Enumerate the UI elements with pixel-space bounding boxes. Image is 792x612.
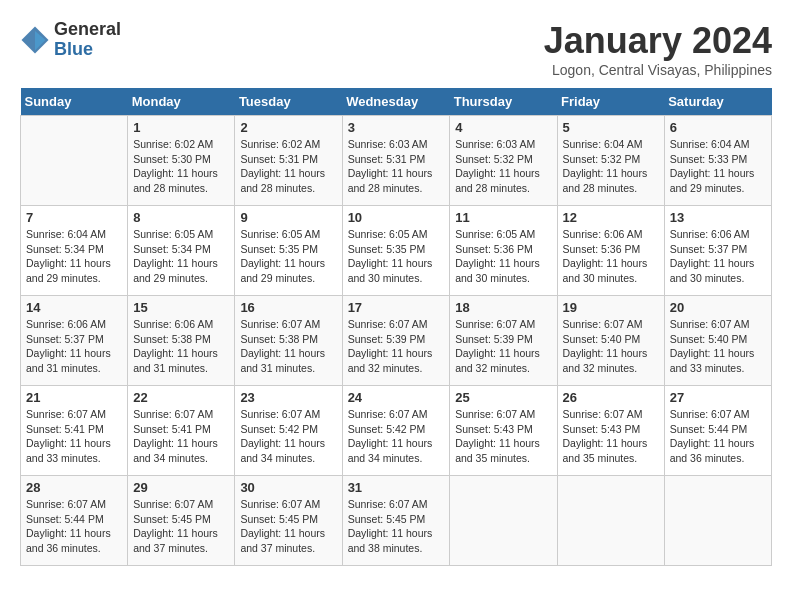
- day-info: Sunrise: 6:05 AM Sunset: 5:35 PM Dayligh…: [240, 227, 336, 286]
- calendar-day-cell: 7Sunrise: 6:04 AM Sunset: 5:34 PM Daylig…: [21, 206, 128, 296]
- calendar-day-cell: 9Sunrise: 6:05 AM Sunset: 5:35 PM Daylig…: [235, 206, 342, 296]
- day-number: 29: [133, 480, 229, 495]
- day-number: 7: [26, 210, 122, 225]
- day-info: Sunrise: 6:05 AM Sunset: 5:35 PM Dayligh…: [348, 227, 445, 286]
- weekday-header: Friday: [557, 88, 664, 116]
- calendar-day-cell: 17Sunrise: 6:07 AM Sunset: 5:39 PM Dayli…: [342, 296, 450, 386]
- day-number: 2: [240, 120, 336, 135]
- day-number: 8: [133, 210, 229, 225]
- calendar-day-cell: 1Sunrise: 6:02 AM Sunset: 5:30 PM Daylig…: [128, 116, 235, 206]
- calendar-week-row: 1Sunrise: 6:02 AM Sunset: 5:30 PM Daylig…: [21, 116, 772, 206]
- logo-icon: [20, 25, 50, 55]
- day-info: Sunrise: 6:07 AM Sunset: 5:39 PM Dayligh…: [348, 317, 445, 376]
- day-info: Sunrise: 6:07 AM Sunset: 5:38 PM Dayligh…: [240, 317, 336, 376]
- day-info: Sunrise: 6:02 AM Sunset: 5:30 PM Dayligh…: [133, 137, 229, 196]
- calendar-day-cell: 24Sunrise: 6:07 AM Sunset: 5:42 PM Dayli…: [342, 386, 450, 476]
- day-info: Sunrise: 6:04 AM Sunset: 5:33 PM Dayligh…: [670, 137, 766, 196]
- day-number: 10: [348, 210, 445, 225]
- calendar-day-cell: 4Sunrise: 6:03 AM Sunset: 5:32 PM Daylig…: [450, 116, 557, 206]
- day-number: 17: [348, 300, 445, 315]
- day-number: 1: [133, 120, 229, 135]
- day-number: 21: [26, 390, 122, 405]
- day-info: Sunrise: 6:07 AM Sunset: 5:42 PM Dayligh…: [240, 407, 336, 466]
- day-number: 30: [240, 480, 336, 495]
- page-header: General Blue January 2024 Logon, Central…: [20, 20, 772, 78]
- calendar-day-cell: 29Sunrise: 6:07 AM Sunset: 5:45 PM Dayli…: [128, 476, 235, 566]
- day-number: 16: [240, 300, 336, 315]
- day-number: 5: [563, 120, 659, 135]
- weekday-header: Wednesday: [342, 88, 450, 116]
- day-number: 22: [133, 390, 229, 405]
- day-info: Sunrise: 6:06 AM Sunset: 5:37 PM Dayligh…: [26, 317, 122, 376]
- calendar-day-cell: 6Sunrise: 6:04 AM Sunset: 5:33 PM Daylig…: [664, 116, 771, 206]
- calendar-week-row: 14Sunrise: 6:06 AM Sunset: 5:37 PM Dayli…: [21, 296, 772, 386]
- month-title: January 2024: [544, 20, 772, 62]
- day-info: Sunrise: 6:03 AM Sunset: 5:32 PM Dayligh…: [455, 137, 551, 196]
- day-number: 26: [563, 390, 659, 405]
- day-info: Sunrise: 6:05 AM Sunset: 5:36 PM Dayligh…: [455, 227, 551, 286]
- calendar-day-cell: 27Sunrise: 6:07 AM Sunset: 5:44 PM Dayli…: [664, 386, 771, 476]
- calendar-day-cell: 30Sunrise: 6:07 AM Sunset: 5:45 PM Dayli…: [235, 476, 342, 566]
- weekday-header: Saturday: [664, 88, 771, 116]
- calendar-day-cell: [450, 476, 557, 566]
- day-number: 31: [348, 480, 445, 495]
- day-info: Sunrise: 6:07 AM Sunset: 5:41 PM Dayligh…: [26, 407, 122, 466]
- day-number: 9: [240, 210, 336, 225]
- day-info: Sunrise: 6:04 AM Sunset: 5:32 PM Dayligh…: [563, 137, 659, 196]
- calendar-day-cell: 14Sunrise: 6:06 AM Sunset: 5:37 PM Dayli…: [21, 296, 128, 386]
- calendar-week-row: 28Sunrise: 6:07 AM Sunset: 5:44 PM Dayli…: [21, 476, 772, 566]
- logo-text: General Blue: [54, 20, 121, 60]
- weekday-header: Sunday: [21, 88, 128, 116]
- calendar-week-row: 21Sunrise: 6:07 AM Sunset: 5:41 PM Dayli…: [21, 386, 772, 476]
- calendar-week-row: 7Sunrise: 6:04 AM Sunset: 5:34 PM Daylig…: [21, 206, 772, 296]
- calendar-day-cell: 21Sunrise: 6:07 AM Sunset: 5:41 PM Dayli…: [21, 386, 128, 476]
- day-number: 28: [26, 480, 122, 495]
- day-info: Sunrise: 6:07 AM Sunset: 5:39 PM Dayligh…: [455, 317, 551, 376]
- calendar-table: SundayMondayTuesdayWednesdayThursdayFrid…: [20, 88, 772, 566]
- day-info: Sunrise: 6:07 AM Sunset: 5:40 PM Dayligh…: [670, 317, 766, 376]
- weekday-header: Thursday: [450, 88, 557, 116]
- day-info: Sunrise: 6:07 AM Sunset: 5:45 PM Dayligh…: [240, 497, 336, 556]
- calendar-day-cell: 13Sunrise: 6:06 AM Sunset: 5:37 PM Dayli…: [664, 206, 771, 296]
- day-number: 14: [26, 300, 122, 315]
- logo: General Blue: [20, 20, 121, 60]
- calendar-day-cell: 26Sunrise: 6:07 AM Sunset: 5:43 PM Dayli…: [557, 386, 664, 476]
- day-number: 27: [670, 390, 766, 405]
- logo-general: General: [54, 20, 121, 40]
- calendar-day-cell: [664, 476, 771, 566]
- calendar-day-cell: 25Sunrise: 6:07 AM Sunset: 5:43 PM Dayli…: [450, 386, 557, 476]
- day-number: 25: [455, 390, 551, 405]
- day-info: Sunrise: 6:07 AM Sunset: 5:40 PM Dayligh…: [563, 317, 659, 376]
- weekday-header: Monday: [128, 88, 235, 116]
- day-info: Sunrise: 6:07 AM Sunset: 5:45 PM Dayligh…: [348, 497, 445, 556]
- calendar-day-cell: 20Sunrise: 6:07 AM Sunset: 5:40 PM Dayli…: [664, 296, 771, 386]
- day-info: Sunrise: 6:07 AM Sunset: 5:45 PM Dayligh…: [133, 497, 229, 556]
- day-info: Sunrise: 6:06 AM Sunset: 5:37 PM Dayligh…: [670, 227, 766, 286]
- day-number: 23: [240, 390, 336, 405]
- day-number: 13: [670, 210, 766, 225]
- day-number: 19: [563, 300, 659, 315]
- calendar-day-cell: 31Sunrise: 6:07 AM Sunset: 5:45 PM Dayli…: [342, 476, 450, 566]
- calendar-day-cell: 18Sunrise: 6:07 AM Sunset: 5:39 PM Dayli…: [450, 296, 557, 386]
- weekday-header: Tuesday: [235, 88, 342, 116]
- day-number: 3: [348, 120, 445, 135]
- logo-blue: Blue: [54, 40, 121, 60]
- calendar-day-cell: 15Sunrise: 6:06 AM Sunset: 5:38 PM Dayli…: [128, 296, 235, 386]
- day-info: Sunrise: 6:03 AM Sunset: 5:31 PM Dayligh…: [348, 137, 445, 196]
- calendar-day-cell: [557, 476, 664, 566]
- day-number: 20: [670, 300, 766, 315]
- calendar-day-cell: 8Sunrise: 6:05 AM Sunset: 5:34 PM Daylig…: [128, 206, 235, 296]
- day-number: 24: [348, 390, 445, 405]
- calendar-day-cell: 3Sunrise: 6:03 AM Sunset: 5:31 PM Daylig…: [342, 116, 450, 206]
- calendar-day-cell: 12Sunrise: 6:06 AM Sunset: 5:36 PM Dayli…: [557, 206, 664, 296]
- day-number: 11: [455, 210, 551, 225]
- calendar-day-cell: 28Sunrise: 6:07 AM Sunset: 5:44 PM Dayli…: [21, 476, 128, 566]
- calendar-day-cell: [21, 116, 128, 206]
- title-block: January 2024 Logon, Central Visayas, Phi…: [544, 20, 772, 78]
- calendar-day-cell: 16Sunrise: 6:07 AM Sunset: 5:38 PM Dayli…: [235, 296, 342, 386]
- calendar-day-cell: 11Sunrise: 6:05 AM Sunset: 5:36 PM Dayli…: [450, 206, 557, 296]
- day-number: 18: [455, 300, 551, 315]
- day-info: Sunrise: 6:05 AM Sunset: 5:34 PM Dayligh…: [133, 227, 229, 286]
- calendar-day-cell: 2Sunrise: 6:02 AM Sunset: 5:31 PM Daylig…: [235, 116, 342, 206]
- day-number: 12: [563, 210, 659, 225]
